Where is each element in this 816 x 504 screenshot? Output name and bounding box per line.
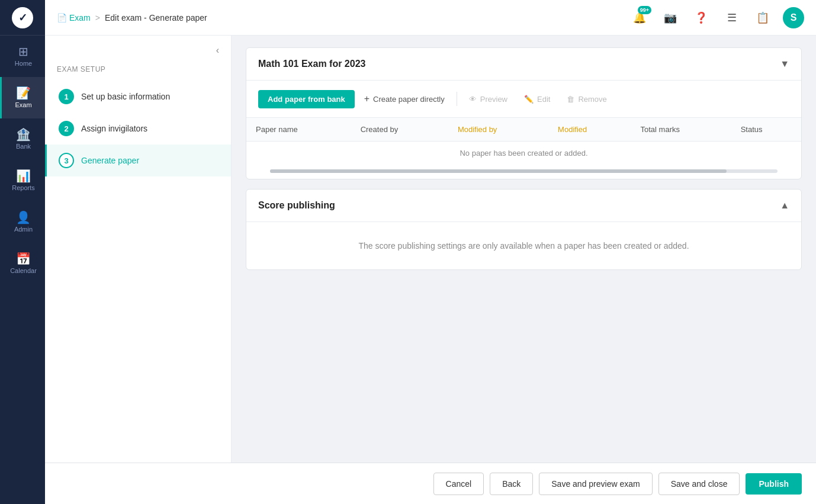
collapse-arrow-icon[interactable]: ‹ [214,43,221,58]
sidebar-item-home[interactable]: ⊞ Home [0,36,45,77]
sidebar-logo: ✓ [0,0,45,36]
step-2-assign-invigilators[interactable]: 2 Assign invigilators [45,113,231,145]
user-avatar[interactable]: S [783,7,804,28]
bank-icon: 🏦 [16,129,31,140]
step-3-generate-paper[interactable]: 3 Generate paper [45,145,231,176]
col-modified[interactable]: Modified [548,118,631,142]
help-icon: ❓ [695,11,708,24]
sidebar-item-exam[interactable]: 📝 Exam [0,77,45,118]
collapse-button-area: ‹ [45,36,231,63]
back-button[interactable]: Back [490,473,533,495]
calendar-icon: 📅 [16,253,31,265]
empty-message: No paper has been created or added. [246,142,801,165]
notification-button[interactable]: 🔔 99+ [629,7,650,28]
sidebar-item-bank[interactable]: 🏦 Bank [0,118,45,160]
breadcrumb: 📄 Exam > Edit exam - Generate paper [57,13,207,23]
sidebar-label-calendar: Calendar [10,267,37,274]
main-area: 📄 Exam > Edit exam - Generate paper 🔔 99… [45,0,816,504]
col-total-marks: Total marks [631,118,731,142]
score-card-title: Score publishing [258,200,335,211]
breadcrumb-current: Edit exam - Generate paper [105,13,207,23]
sidebar-label-reports: Reports [12,184,35,191]
paper-table: Paper name Created by Modified by Modifi… [246,118,801,165]
step-1-set-basic-info[interactable]: 1 Set up basic information [45,81,231,113]
score-card-toggle-icon: ▲ [780,200,789,211]
publish-button[interactable]: Publish [746,473,802,495]
admin-icon: 👤 [16,211,31,223]
exam-page-icon: 📄 [57,13,67,23]
col-created-by: Created by [351,118,448,142]
table-empty-row: No paper has been created or added. [246,142,801,165]
sidebar-label-admin: Admin [14,226,33,233]
save-preview-button[interactable]: Save and preview exam [539,473,652,495]
preview-button[interactable]: 👁 Preview [462,90,515,108]
col-paper-name: Paper name [246,118,351,142]
home-icon: ⊞ [18,46,28,57]
paper-card-toggle-icon: ▼ [780,59,789,69]
sidebar: ✓ ⊞ Home 📝 Exam 🏦 Bank 📊 Reports 👤 Admin… [0,0,45,504]
reports-icon: 📊 [16,170,31,182]
preview-icon: 👁 [469,95,477,104]
col-modified-by[interactable]: Modified by [448,118,548,142]
plus-icon: + [364,94,370,104]
doc-button[interactable]: 📋 [752,7,773,28]
paper-card-header[interactable]: Math 101 Exam for 2023 ▼ [246,48,801,80]
add-paper-from-bank-button[interactable]: Add paper from bank [258,90,355,108]
step-2-label: Assign invigilators [81,124,147,133]
topbar: 📄 Exam > Edit exam - Generate paper 🔔 99… [45,0,816,36]
sidebar-item-admin[interactable]: 👤 Admin [0,201,45,243]
step-1-circle: 1 [59,89,74,104]
step-1-label: Set up basic information [81,92,170,101]
create-paper-directly-button[interactable]: + Create paper directly [357,89,452,109]
scrollbar-thumb[interactable] [270,169,727,173]
step-3-label: Generate paper [81,156,139,165]
sidebar-label-bank: Bank [16,143,31,150]
toolbar-separator-1 [457,92,457,106]
save-close-button[interactable]: Save and close [658,473,740,495]
camera-icon: 📷 [664,11,677,24]
score-publishing-card: Score publishing ▲ The score publishing … [246,189,802,270]
exam-setup-label: Exam setup [45,63,231,81]
step-2-circle: 2 [59,121,74,136]
help-button[interactable]: ❓ [690,7,712,28]
camera-button[interactable]: 📷 [660,7,681,28]
topbar-icons: 🔔 99+ 📷 ❓ ☰ 📋 S [629,7,804,28]
left-panel: ‹ Exam setup 1 Set up basic information … [45,36,232,463]
bottom-action-bar: Cancel Back Save and preview exam Save a… [45,463,816,504]
score-card-header[interactable]: Score publishing ▲ [246,190,801,221]
breadcrumb-exam-link[interactable]: 📄 Exam [57,13,91,23]
paper-section-card: Math 101 Exam for 2023 ▼ Add paper from … [246,47,802,179]
list-button[interactable]: ☰ [721,7,743,28]
sidebar-item-reports[interactable]: 📊 Reports [0,160,45,201]
breadcrumb-separator: > [95,13,100,23]
paper-card-title: Math 101 Exam for 2023 [258,59,365,69]
list-icon: ☰ [727,11,737,24]
paper-table-container: Paper name Created by Modified by Modifi… [246,118,801,165]
score-publishing-empty-message: The score publishing settings are only a… [246,222,801,269]
remove-button[interactable]: 🗑 Remove [560,90,613,108]
notification-badge: 99+ [638,6,651,15]
cancel-button[interactable]: Cancel [433,473,484,495]
scrollbar-area [246,165,801,179]
sidebar-label-exam: Exam [15,101,31,108]
right-main: Math 101 Exam for 2023 ▼ Add paper from … [232,36,816,463]
logo-icon[interactable]: ✓ [12,7,33,28]
step-3-circle: 3 [59,153,74,168]
sidebar-label-home: Home [15,60,32,67]
doc-icon: 📋 [756,11,769,24]
sidebar-item-calendar[interactable]: 📅 Calendar [0,243,45,284]
paper-toolbar: Add paper from bank + Create paper direc… [246,81,801,118]
exam-icon: 📝 [16,87,31,99]
col-status: Status [731,118,801,142]
scrollbar-track [270,169,778,173]
edit-icon: ✏️ [524,95,534,104]
edit-button[interactable]: ✏️ Edit [517,90,557,108]
content-layout: ‹ Exam setup 1 Set up basic information … [45,36,816,463]
trash-icon: 🗑 [567,95,574,104]
